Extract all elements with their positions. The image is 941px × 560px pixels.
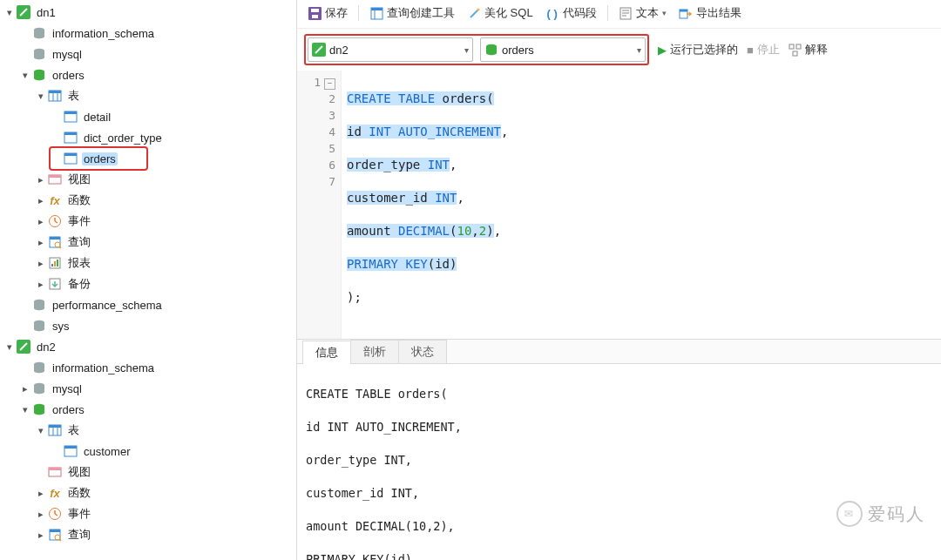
connection-icon [312, 43, 326, 57]
tree-table-orders[interactable]: orders [51, 148, 146, 169]
svg-rect-24 [57, 260, 58, 267]
combo-value: dn2 [329, 44, 349, 57]
chevron-down-icon[interactable]: ▾ [3, 341, 16, 353]
svg-rect-47 [312, 15, 318, 18]
tree-db-mysql-2[interactable]: ▸ mysql [3, 378, 296, 399]
beautify-button[interactable]: 美化 SQL [464, 3, 537, 23]
tree-folder-functions-2[interactable]: ▸ fx 函数 [3, 482, 296, 503]
chevron-right-icon[interactable]: ▸ [35, 237, 47, 248]
chevron-right-icon[interactable]: ▸ [19, 383, 31, 395]
tree-db-information-schema[interactable]: information_schema [3, 23, 296, 44]
svg-line-44 [59, 539, 61, 541]
brackets-icon: ( ) [545, 6, 559, 20]
code-area[interactable]: CREATE TABLE orders( id INT AUTO_INCREME… [342, 71, 941, 339]
functions-icon: fx [47, 485, 63, 501]
chevron-right-icon[interactable]: ▸ [35, 195, 47, 206]
tree-db-performance-schema[interactable]: performance_schema [3, 294, 296, 315]
builder-icon [369, 6, 383, 20]
chevron-right-icon[interactable]: ▸ [35, 258, 47, 269]
query-builder-button[interactable]: 查询创建工具 [366, 3, 458, 23]
chevron-down-icon[interactable]: ▾ [19, 70, 31, 81]
tree-label: 报表 [66, 255, 92, 271]
tree-folder-events-2[interactable]: ▸ 事件 [3, 503, 296, 524]
explain-button[interactable]: 解释 [789, 42, 828, 57]
text-button[interactable]: 文本 ▾ [615, 3, 670, 23]
snippet-button[interactable]: ( ) 代码段 [542, 3, 600, 23]
svg-rect-9 [64, 111, 77, 114]
schema-select[interactable]: orders ▾ [480, 37, 646, 62]
table-icon [63, 109, 78, 125]
events-icon [47, 213, 63, 229]
tree-folder-tables[interactable]: ▾ 表 [3, 85, 296, 106]
tree-connection-dn2[interactable]: ▾ dn2 [3, 336, 296, 357]
tree-label: sys [51, 320, 71, 333]
tree-folder-tables-2[interactable]: ▾ 表 [3, 420, 296, 441]
tree-folder-reports[interactable]: ▸ 报表 [3, 253, 296, 273]
tree-folder-events[interactable]: ▸ 事件 [3, 211, 296, 232]
tree-label: information_schema [51, 361, 156, 374]
svg-rect-11 [64, 132, 77, 135]
tree-db-mysql[interactable]: mysql [3, 44, 296, 64]
chevron-down-icon[interactable]: ▾ [3, 7, 16, 18]
sql-editor[interactable]: 1− 2 3 4 5 6 7 CREATE TABLE orders( id I… [297, 71, 941, 340]
separator [358, 5, 359, 21]
tab-status[interactable]: 状态 [398, 340, 447, 363]
chevron-down-icon[interactable]: ▾ [35, 91, 47, 102]
chevron-right-icon[interactable]: ▸ [35, 279, 47, 290]
svg-point-51 [477, 8, 479, 10]
tree-label: 函数 [66, 192, 92, 208]
tree-label: 事件 [66, 506, 92, 522]
tree-folder-queries-2[interactable]: ▸ 查询 [3, 524, 296, 545]
tree-label: 视图 [66, 172, 92, 187]
tab-info[interactable]: 信息 [302, 341, 351, 364]
tree-db-information-schema-2[interactable]: information_schema [3, 357, 296, 378]
output-line: PRIMARY KEY(id) [306, 551, 932, 560]
save-button[interactable]: 保存 [304, 3, 351, 23]
database-icon [31, 318, 47, 334]
chevron-right-icon[interactable]: ▸ [35, 509, 47, 520]
svg-rect-23 [54, 261, 56, 267]
chevron-down-icon: ▾ [637, 45, 641, 55]
tree-folder-views-2[interactable]: 视图 [3, 462, 296, 482]
tree-connection-dn1[interactable]: ▾ dn1 [3, 2, 296, 23]
tree-label: 查询 [66, 234, 92, 250]
tree-label: 备份 [66, 276, 92, 292]
connection-select[interactable]: dn2 ▾ [308, 37, 473, 62]
svg-rect-60 [789, 44, 794, 49]
queries-icon [47, 527, 63, 543]
tree-db-orders[interactable]: ▾ orders [3, 64, 296, 85]
output-line: customer_id INT, [306, 485, 932, 502]
chevron-right-icon[interactable]: ▸ [35, 530, 47, 541]
output-line: CREATE TABLE orders( [306, 386, 932, 402]
chevron-right-icon[interactable]: ▸ [35, 488, 47, 499]
stop-button[interactable]: ■ 停止 [747, 42, 780, 57]
tree-table-customer[interactable]: customer [3, 441, 296, 462]
watermark: ✉ 爱码人 [836, 501, 925, 527]
button-label: 导出结果 [696, 5, 741, 21]
explain-icon [789, 44, 802, 57]
tree-label: dict_order_type [82, 132, 164, 145]
tree-db-sys[interactable]: sys [3, 315, 296, 336]
fold-icon[interactable]: − [324, 78, 335, 90]
chevron-right-icon[interactable]: ▸ [35, 174, 47, 186]
chevron-down-icon[interactable]: ▾ [19, 404, 31, 415]
run-selected-button[interactable]: ▶ 运行已选择的 [658, 42, 738, 57]
tree-table-dict-order-type[interactable]: dict_order_type [3, 127, 296, 148]
export-button[interactable]: 导出结果 [675, 3, 745, 23]
tree-folder-queries[interactable]: ▸ 查询 [3, 232, 296, 253]
tree-label: 函数 [66, 485, 92, 501]
button-label: 停止 [757, 42, 780, 57]
tree-label: detail [82, 111, 112, 124]
chevron-down-icon[interactable]: ▾ [35, 425, 47, 436]
tree-folder-backup[interactable]: ▸ 备份 [3, 273, 296, 294]
tab-profile[interactable]: 剖析 [350, 340, 399, 363]
database-open-icon [484, 43, 498, 57]
svg-rect-42 [50, 530, 60, 532]
tree-table-detail[interactable]: detail [3, 106, 296, 127]
chevron-right-icon[interactable]: ▸ [35, 216, 47, 227]
output-pane[interactable]: CREATE TABLE orders( id INT AUTO_INCREME… [297, 364, 941, 560]
tree-folder-functions[interactable]: ▸ fx 函数 [3, 190, 296, 211]
queries-icon [47, 234, 63, 250]
tree-folder-views[interactable]: ▸ 视图 [3, 169, 296, 190]
tree-db-orders-2[interactable]: ▾ orders [3, 399, 296, 420]
